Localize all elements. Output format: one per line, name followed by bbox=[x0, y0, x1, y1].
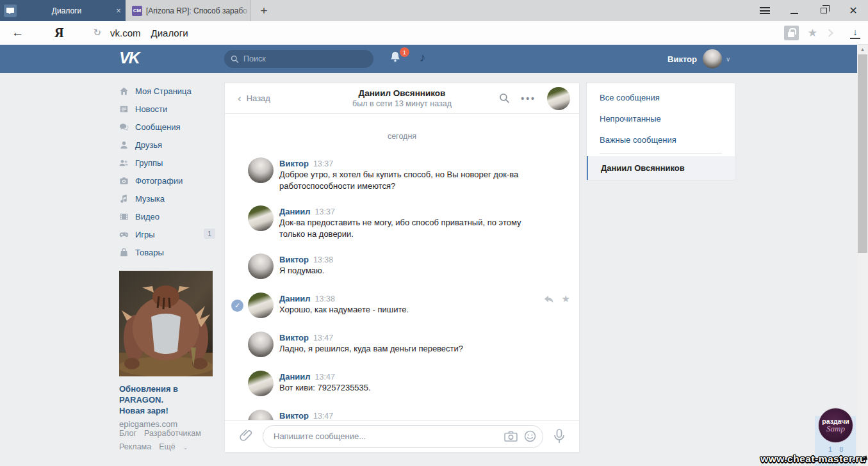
voice-message-mic-icon[interactable] bbox=[553, 429, 565, 444]
message-time: 13:37 bbox=[313, 159, 333, 168]
notifications-button[interactable]: 1 bbox=[389, 51, 405, 67]
avatar[interactable] bbox=[248, 293, 274, 318]
omnibox-edge bbox=[825, 29, 833, 37]
minimize-button[interactable] bbox=[780, 0, 809, 21]
messages-list[interactable]: сегодня Виктор13:37 Доброе утро, я хотел… bbox=[225, 114, 579, 420]
chat-menu-icon[interactable]: ••• bbox=[521, 93, 536, 104]
message-author[interactable]: Виктор bbox=[279, 255, 309, 264]
photo-camera-icon[interactable] bbox=[504, 431, 518, 442]
person-icon bbox=[119, 140, 129, 150]
sidebar-item-photos[interactable]: Фотографии bbox=[119, 172, 215, 189]
header-user-menu[interactable]: Виктор ∨ bbox=[667, 49, 730, 68]
yandex-logo[interactable]: Я bbox=[54, 26, 63, 40]
url-host[interactable]: vk.com bbox=[110, 28, 141, 38]
sidebar-item-music[interactable]: Музыка bbox=[119, 189, 215, 207]
games-count-badge: 1 bbox=[204, 229, 215, 239]
message-input[interactable] bbox=[274, 431, 504, 441]
avatar[interactable] bbox=[248, 410, 274, 420]
ad-title[interactable]: Обновления в PARAGON. Новая заря! bbox=[119, 383, 213, 416]
message-selected[interactable]: ✓ Даниил13:38 Хорошо, как надумаете - пи… bbox=[248, 293, 579, 318]
sidebar-item-news[interactable]: Новости bbox=[119, 100, 215, 118]
url-page-title: Диалоги bbox=[151, 28, 188, 38]
back-button[interactable]: ← bbox=[12, 26, 24, 40]
cheat-master-watermark: www.cheat-master.ru bbox=[760, 453, 866, 465]
scroll-up-arrow[interactable]: ▲ bbox=[857, 47, 868, 52]
message[interactable]: Виктор13:38 Я подумаю. bbox=[248, 253, 579, 279]
selected-check-icon[interactable]: ✓ bbox=[231, 300, 243, 312]
gamepad-icon bbox=[119, 230, 129, 239]
attach-paperclip-icon[interactable] bbox=[239, 429, 254, 444]
chevron-left-icon: ‹ bbox=[238, 92, 242, 105]
avatar[interactable] bbox=[248, 371, 274, 396]
vk-favicon-icon bbox=[4, 4, 17, 17]
sidebar-item-my-page[interactable]: Моя Страница bbox=[119, 82, 215, 100]
back-to-dialogs-button[interactable]: ‹ Назад bbox=[238, 92, 270, 105]
music-icon[interactable]: ♪ bbox=[420, 51, 426, 65]
sidebar-ad[interactable]: Обновления в PARAGON. Новая заря! epicga… bbox=[119, 271, 213, 429]
sidebar-item-goods[interactable]: Товары bbox=[119, 243, 215, 261]
restore-button[interactable] bbox=[809, 0, 839, 21]
cheat-master-favicon-icon: CM bbox=[132, 6, 142, 16]
emoji-smiley-icon[interactable] bbox=[524, 430, 536, 442]
sidebar-item-groups[interactable]: Группы bbox=[119, 154, 215, 172]
sidebar-item-friends[interactable]: Друзья bbox=[119, 136, 215, 154]
tab-dialogs[interactable]: Диалоги × bbox=[0, 0, 126, 21]
search-box[interactable] bbox=[224, 50, 373, 68]
filter-all-messages[interactable]: Все сообщения bbox=[587, 87, 735, 108]
message[interactable]: Даниил13:37 Док-ва предоставить не могу,… bbox=[248, 205, 579, 240]
filter-unread[interactable]: Непрочитанные bbox=[587, 108, 735, 129]
message-author[interactable]: Даниил bbox=[279, 207, 311, 216]
left-nav: Моя Страница Новости Сообщения Друзья Гр… bbox=[119, 82, 215, 261]
new-tab-button[interactable]: + bbox=[251, 0, 277, 21]
message-author[interactable]: Даниил bbox=[279, 372, 311, 382]
tab-arizona-rp[interactable]: CM [Arizona RP]: Способ зарабо bbox=[126, 0, 251, 21]
sidebar-item-messages[interactable]: Сообщения bbox=[119, 118, 215, 136]
refresh-icon[interactable]: ↻ bbox=[93, 27, 101, 38]
avatar[interactable] bbox=[248, 332, 274, 357]
message[interactable]: Даниил13:47 Вот киви: 79257235535. bbox=[248, 371, 579, 396]
active-dialog-item[interactable]: Даниил Овсянников bbox=[587, 156, 735, 180]
sidebar-item-games[interactable]: Игры 1 bbox=[119, 225, 215, 243]
avatar[interactable] bbox=[248, 157, 274, 183]
message-time: 13:47 bbox=[313, 333, 333, 342]
footer-link-ads[interactable]: Реклама bbox=[119, 442, 151, 451]
avatar[interactable] bbox=[248, 253, 274, 279]
tab-close-icon[interactable]: × bbox=[111, 6, 126, 15]
reply-icon[interactable] bbox=[543, 294, 554, 304]
bookmark-star-icon[interactable]: ★ bbox=[808, 26, 817, 40]
footer-link-blog[interactable]: Блог bbox=[119, 429, 136, 438]
ad-domain[interactable]: epicgames.com bbox=[119, 419, 213, 429]
search-input[interactable] bbox=[243, 54, 352, 63]
user-avatar[interactable] bbox=[703, 49, 722, 68]
avatar[interactable] bbox=[248, 205, 274, 231]
vk-logo[interactable]: VK bbox=[119, 49, 139, 67]
footer-link-developers[interactable]: Разработчикам bbox=[144, 429, 201, 438]
download-icon[interactable]: ↓ bbox=[850, 27, 860, 39]
page-scrollbar[interactable]: ▲ bbox=[857, 45, 868, 466]
browser-menu-button[interactable] bbox=[750, 0, 780, 21]
paragon-ad-image[interactable] bbox=[119, 271, 213, 376]
footer-link-more[interactable]: Ещё bbox=[159, 442, 176, 451]
chevron-down-icon: ⌄ bbox=[183, 444, 188, 451]
browser-tab-bar: Диалоги × CM [Arizona RP]: Способ зарабо… bbox=[0, 0, 868, 21]
message[interactable]: Виктор13:37 Доброе утро, я хотел бы купи… bbox=[248, 157, 579, 192]
message-author[interactable]: Виктор bbox=[279, 333, 309, 342]
camera-icon bbox=[119, 176, 129, 186]
filter-important[interactable]: Важные сообщения bbox=[587, 129, 735, 150]
chat-search-icon[interactable] bbox=[499, 93, 510, 104]
message-author[interactable]: Виктор bbox=[279, 159, 309, 168]
close-button[interactable]: ✕ bbox=[839, 0, 868, 21]
peer-avatar[interactable] bbox=[547, 87, 570, 110]
important-star-icon[interactable]: ★ bbox=[562, 293, 570, 305]
user-name: Виктор bbox=[667, 54, 697, 64]
message-author[interactable]: Виктор bbox=[279, 411, 309, 420]
message-text: Вот киви: 79257235535. bbox=[279, 382, 371, 394]
razdachi-samp-logo: раздачи Samp bbox=[818, 408, 853, 443]
sidebar-item-video[interactable]: Видео bbox=[119, 207, 215, 225]
lock-icon[interactable] bbox=[784, 26, 799, 40]
message-author[interactable]: Даниил bbox=[279, 294, 311, 303]
scrollbar-thumb[interactable] bbox=[858, 54, 867, 253]
message[interactable]: Виктор13:47 Ладно, я решился, куда вам д… bbox=[248, 332, 579, 357]
message[interactable]: Виктор13:47 Хорошо, ожидайте. bbox=[248, 410, 579, 420]
message-input-box[interactable] bbox=[263, 425, 543, 448]
